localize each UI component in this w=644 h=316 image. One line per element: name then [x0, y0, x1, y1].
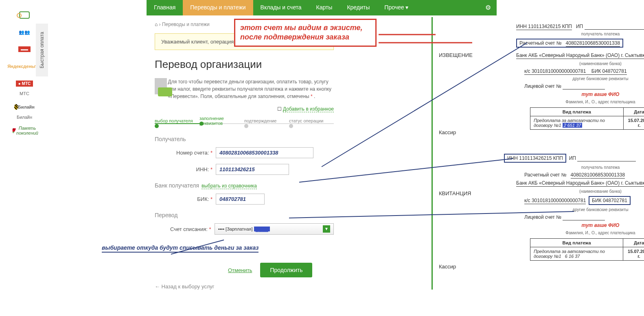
nav-deposits[interactable]: Вклады и счета [253, 0, 309, 15]
back-link[interactable]: ← Назад к выбору услуг [155, 283, 334, 290]
receipt-kvit-label: КВИТАНЦИЯ [439, 190, 471, 196]
section-transfer: Перевод [155, 212, 334, 218]
inn-label: ИНН: * [155, 166, 216, 172]
proceed-button[interactable]: Продолжить [260, 263, 312, 277]
mts-icon: ● МТС [16, 81, 33, 87]
beeline-icon: Билайн [14, 101, 35, 113]
intro-block: Для того чтобы перевести деньги организа… [155, 78, 334, 100]
account-label: Номер счета: * [155, 150, 216, 156]
annotation-debit-note: выбираете откуда будут списывать деньги … [102, 244, 258, 253]
breadcrumb-current: Переводы и платежи [162, 22, 210, 27]
sidebar-item-beeline[interactable]: БилайнБилайн [2, 101, 47, 120]
yandex-icon: Яндексденьги ● [14, 60, 35, 72]
sidebar-item-mts[interactable]: ● МТСМТС [2, 77, 47, 96]
card-icon [155, 78, 162, 96]
sidebar: Быстрая оплата 👥👥 ▬▬ Яндексденьги ● ● МТ… [0, 0, 49, 290]
debit-label: Счет списания: * [155, 226, 215, 232]
receipt-cashier-label-2: Кассир [439, 264, 456, 270]
memory-icon: 🌹Память поколений [14, 124, 35, 137]
nav-other[interactable]: Прочее ▾ [377, 0, 416, 15]
step-4: статус операции [289, 118, 334, 123]
people-icon: 👥👥 [14, 26, 35, 38]
section-recipient: Получатель [155, 136, 334, 142]
quick-pay-tab[interactable]: Быстрая оплата [36, 24, 48, 76]
top-nav: Главная Переводы и платежи Вклады и счет… [147, 0, 497, 15]
step-1: выбор получателя [155, 118, 199, 123]
page-title: Перевод организации [155, 58, 334, 71]
annotation-red-box: этот счет мы видим в экзисте, после подт… [234, 19, 377, 47]
receipt-panel: ИЗВЕЩЕНИЕ Кассир ИНН 110113426215 КПП ИП… [432, 17, 644, 290]
nav-credits[interactable]: Кредиты [340, 0, 377, 15]
bank-directory-link[interactable]: выбрать из справочника [202, 183, 257, 189]
cancel-button[interactable]: Отменить [228, 267, 252, 273]
bik-input[interactable] [216, 194, 265, 205]
account-input[interactable] [216, 147, 313, 158]
step-3: подтверждение [244, 118, 289, 123]
phone-icon [19, 11, 30, 19]
nav-transfers[interactable]: Переводы и платежи [183, 0, 253, 15]
receipt-table-1: Вид платежаДатаСумма Предоплата за автоз… [530, 107, 644, 130]
receipt-cashier-label: Кассир [439, 129, 456, 135]
red-badge-icon: ▬▬ [18, 46, 31, 52]
nav-cards[interactable]: Карты [309, 0, 340, 15]
gear-icon[interactable]: ⚙ [480, 0, 497, 15]
chevron-down-icon: ▼ [323, 225, 330, 233]
bik-label: БИК: * [155, 196, 216, 202]
receipt-notice-label: ИЗВЕЩЕНИЕ [439, 52, 473, 58]
inn-input[interactable] [216, 164, 289, 175]
section-bank: Банк получателявыбрать из справочника [155, 182, 334, 189]
progress-steps: выбор получателя заполнение реквизитов п… [155, 116, 334, 126]
receipt-table-2: Вид платежаДатаСумма Предоплата за автоз… [530, 238, 644, 261]
breadcrumb-home[interactable]: ⌂ [155, 22, 158, 27]
debit-account-select[interactable]: •••• [Зарплатная] ████ ▼ [215, 223, 334, 235]
nav-main[interactable]: Главная [147, 0, 183, 15]
step-2: заполнение реквизитов [199, 116, 244, 126]
sidebar-item-memory[interactable]: 🌹Память поколений [2, 124, 47, 137]
sidebar-item-phone[interactable] [2, 9, 47, 21]
add-favorite[interactable]: ☐ Добавить в избранное [155, 106, 334, 112]
